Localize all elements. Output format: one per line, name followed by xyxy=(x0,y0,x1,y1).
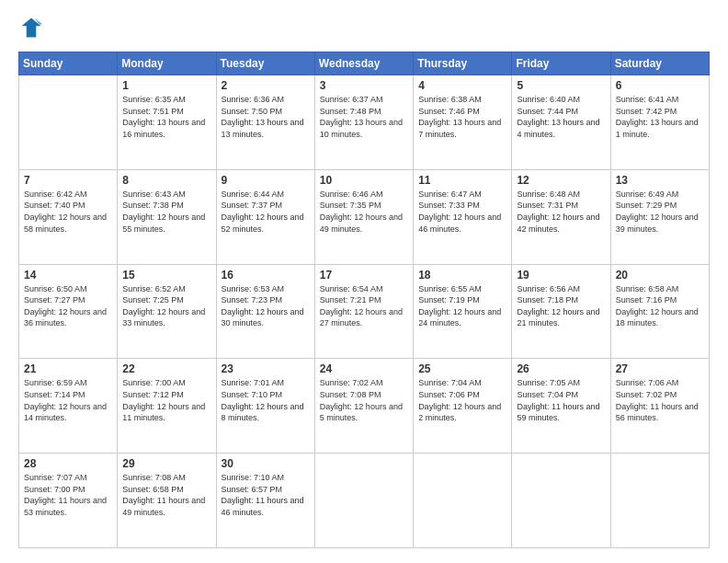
header-wednesday: Wednesday xyxy=(314,52,413,75)
day-info: Sunrise: 6:54 AMSunset: 7:21 PMDaylight:… xyxy=(320,283,408,329)
calendar-cell: 4 Sunrise: 6:38 AMSunset: 7:46 PMDayligh… xyxy=(414,75,512,170)
calendar-cell: 9 Sunrise: 6:44 AMSunset: 7:37 PMDayligh… xyxy=(216,169,314,264)
calendar-cell xyxy=(414,454,512,548)
day-info: Sunrise: 7:01 AMSunset: 7:10 PMDaylight:… xyxy=(222,377,310,423)
day-info: Sunrise: 6:53 AMSunset: 7:23 PMDaylight:… xyxy=(222,283,310,329)
week-row-0: 1 Sunrise: 6:35 AMSunset: 7:51 PMDayligh… xyxy=(19,75,710,170)
calendar-cell: 20 Sunrise: 6:58 AMSunset: 7:16 PMDaylig… xyxy=(610,264,709,359)
day-number: 12 xyxy=(517,174,605,187)
day-info: Sunrise: 6:48 AMSunset: 7:31 PMDaylight:… xyxy=(517,189,605,235)
day-number: 11 xyxy=(418,174,506,187)
header-saturday: Saturday xyxy=(610,52,709,75)
week-row-1: 7 Sunrise: 6:42 AMSunset: 7:40 PMDayligh… xyxy=(19,169,710,264)
header-tuesday: Tuesday xyxy=(216,52,314,75)
calendar-cell: 13 Sunrise: 6:49 AMSunset: 7:29 PMDaylig… xyxy=(610,169,709,264)
day-info: Sunrise: 6:47 AMSunset: 7:33 PMDaylight:… xyxy=(418,189,506,235)
day-info: Sunrise: 7:08 AMSunset: 6:58 PMDaylight:… xyxy=(122,472,210,518)
day-info: Sunrise: 6:55 AMSunset: 7:19 PMDaylight:… xyxy=(418,283,506,329)
calendar-cell: 27 Sunrise: 7:06 AMSunset: 7:02 PMDaylig… xyxy=(610,359,709,454)
calendar-cell: 12 Sunrise: 6:48 AMSunset: 7:31 PMDaylig… xyxy=(512,169,610,264)
day-number: 8 xyxy=(122,174,210,187)
day-number: 18 xyxy=(418,269,506,282)
day-info: Sunrise: 6:36 AMSunset: 7:50 PMDaylight:… xyxy=(222,94,310,140)
day-number: 22 xyxy=(122,362,210,375)
day-number: 6 xyxy=(616,79,704,92)
week-row-3: 21 Sunrise: 6:59 AMSunset: 7:14 PMDaylig… xyxy=(19,359,710,454)
day-number: 4 xyxy=(418,79,506,92)
calendar-cell: 29 Sunrise: 7:08 AMSunset: 6:58 PMDaylig… xyxy=(118,454,216,548)
day-number: 2 xyxy=(222,79,310,92)
calendar-cell: 28 Sunrise: 7:07 AMSunset: 7:00 PMDaylig… xyxy=(19,454,118,548)
week-row-4: 28 Sunrise: 7:07 AMSunset: 7:00 PMDaylig… xyxy=(19,454,710,548)
day-info: Sunrise: 6:58 AMSunset: 7:16 PMDaylight:… xyxy=(616,283,704,329)
day-info: Sunrise: 6:38 AMSunset: 7:46 PMDaylight:… xyxy=(418,94,506,140)
calendar-cell: 8 Sunrise: 6:43 AMSunset: 7:38 PMDayligh… xyxy=(118,169,216,264)
day-number: 20 xyxy=(616,269,704,282)
day-number: 28 xyxy=(24,457,112,470)
day-info: Sunrise: 6:35 AMSunset: 7:51 PMDaylight:… xyxy=(122,94,210,140)
calendar-cell: 17 Sunrise: 6:54 AMSunset: 7:21 PMDaylig… xyxy=(314,264,413,359)
calendar-cell: 16 Sunrise: 6:53 AMSunset: 7:23 PMDaylig… xyxy=(216,264,314,359)
calendar-cell xyxy=(512,454,610,548)
page: SundayMondayTuesdayWednesdayThursdayFrid… xyxy=(0,0,728,563)
calendar-cell: 7 Sunrise: 6:42 AMSunset: 7:40 PMDayligh… xyxy=(19,169,118,264)
calendar-cell: 22 Sunrise: 7:00 AMSunset: 7:12 PMDaylig… xyxy=(118,359,216,454)
calendar-cell: 18 Sunrise: 6:55 AMSunset: 7:19 PMDaylig… xyxy=(414,264,512,359)
day-info: Sunrise: 6:37 AMSunset: 7:48 PMDaylight:… xyxy=(320,94,408,140)
header-sunday: Sunday xyxy=(19,52,118,75)
day-info: Sunrise: 7:05 AMSunset: 7:04 PMDaylight:… xyxy=(517,377,605,423)
calendar-cell xyxy=(314,454,413,548)
day-info: Sunrise: 7:07 AMSunset: 7:00 PMDaylight:… xyxy=(24,472,112,518)
calendar-cell: 2 Sunrise: 6:36 AMSunset: 7:50 PMDayligh… xyxy=(216,75,314,170)
calendar-cell: 24 Sunrise: 7:02 AMSunset: 7:08 PMDaylig… xyxy=(314,359,413,454)
day-info: Sunrise: 6:52 AMSunset: 7:25 PMDaylight:… xyxy=(122,283,210,329)
day-number: 30 xyxy=(222,457,310,470)
day-number: 3 xyxy=(320,79,408,92)
calendar-cell: 1 Sunrise: 6:35 AMSunset: 7:51 PMDayligh… xyxy=(118,75,216,170)
day-info: Sunrise: 6:56 AMSunset: 7:18 PMDaylight:… xyxy=(517,283,605,329)
header xyxy=(18,15,710,40)
calendar-cell: 11 Sunrise: 6:47 AMSunset: 7:33 PMDaylig… xyxy=(414,169,512,264)
day-number: 17 xyxy=(320,269,408,282)
header-friday: Friday xyxy=(512,52,610,75)
day-number: 16 xyxy=(222,269,310,282)
day-number: 21 xyxy=(24,362,112,375)
calendar-cell: 10 Sunrise: 6:46 AMSunset: 7:35 PMDaylig… xyxy=(314,169,413,264)
day-info: Sunrise: 6:44 AMSunset: 7:37 PMDaylight:… xyxy=(222,189,310,235)
day-info: Sunrise: 6:46 AMSunset: 7:35 PMDaylight:… xyxy=(320,189,408,235)
header-monday: Monday xyxy=(118,52,216,75)
calendar-cell: 6 Sunrise: 6:41 AMSunset: 7:42 PMDayligh… xyxy=(610,75,709,170)
day-info: Sunrise: 7:02 AMSunset: 7:08 PMDaylight:… xyxy=(320,377,408,423)
day-number: 10 xyxy=(320,174,408,187)
day-info: Sunrise: 6:49 AMSunset: 7:29 PMDaylight:… xyxy=(616,189,704,235)
day-number: 25 xyxy=(418,362,506,375)
day-number: 23 xyxy=(222,362,310,375)
day-info: Sunrise: 6:41 AMSunset: 7:42 PMDaylight:… xyxy=(616,94,704,140)
day-info: Sunrise: 6:40 AMSunset: 7:44 PMDaylight:… xyxy=(517,94,605,140)
day-info: Sunrise: 7:04 AMSunset: 7:06 PMDaylight:… xyxy=(418,377,506,423)
day-number: 29 xyxy=(122,457,210,470)
calendar-cell: 21 Sunrise: 6:59 AMSunset: 7:14 PMDaylig… xyxy=(19,359,118,454)
calendar-cell: 15 Sunrise: 6:52 AMSunset: 7:25 PMDaylig… xyxy=(118,264,216,359)
day-info: Sunrise: 7:10 AMSunset: 6:57 PMDaylight:… xyxy=(222,472,310,518)
day-number: 9 xyxy=(222,174,310,187)
day-number: 15 xyxy=(122,269,210,282)
calendar-cell: 26 Sunrise: 7:05 AMSunset: 7:04 PMDaylig… xyxy=(512,359,610,454)
day-number: 24 xyxy=(320,362,408,375)
day-number: 1 xyxy=(122,79,210,92)
calendar-cell: 30 Sunrise: 7:10 AMSunset: 6:57 PMDaylig… xyxy=(216,454,314,548)
day-number: 7 xyxy=(24,174,112,187)
calendar-table: SundayMondayTuesdayWednesdayThursdayFrid… xyxy=(18,52,710,548)
header-thursday: Thursday xyxy=(414,52,512,75)
calendar-cell: 3 Sunrise: 6:37 AMSunset: 7:48 PMDayligh… xyxy=(314,75,413,170)
week-row-2: 14 Sunrise: 6:50 AMSunset: 7:27 PMDaylig… xyxy=(19,264,710,359)
calendar-cell: 19 Sunrise: 6:56 AMSunset: 7:18 PMDaylig… xyxy=(512,264,610,359)
calendar-cell: 14 Sunrise: 6:50 AMSunset: 7:27 PMDaylig… xyxy=(19,264,118,359)
day-number: 14 xyxy=(24,269,112,282)
day-info: Sunrise: 6:42 AMSunset: 7:40 PMDaylight:… xyxy=(24,189,112,235)
logo-icon xyxy=(18,15,44,40)
calendar-header-row: SundayMondayTuesdayWednesdayThursdayFrid… xyxy=(19,52,710,75)
day-info: Sunrise: 6:50 AMSunset: 7:27 PMDaylight:… xyxy=(24,283,112,329)
day-number: 19 xyxy=(517,269,605,282)
logo xyxy=(18,15,48,40)
